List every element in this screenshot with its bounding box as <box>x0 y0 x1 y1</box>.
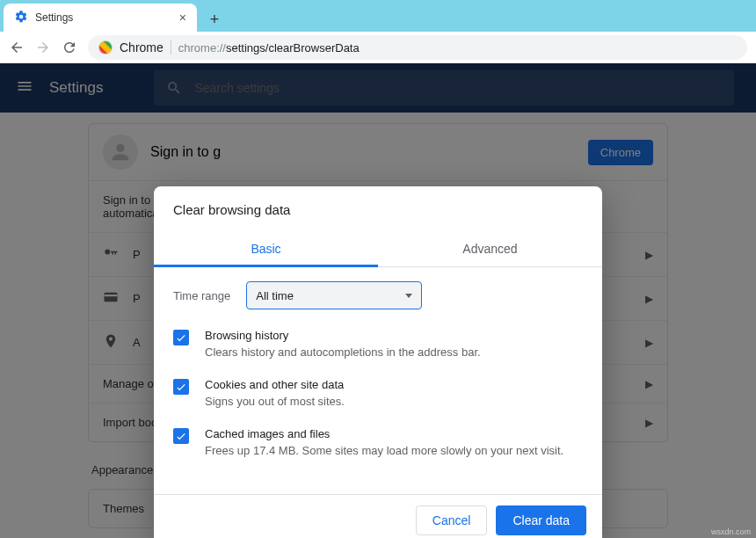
option-desc: Frees up 17.4 MB. Some sites may load mo… <box>205 444 563 457</box>
option-desc: Clears history and autocompletions in th… <box>205 345 481 359</box>
checkbox[interactable] <box>173 330 189 345</box>
browser-toolbar: Chrome chrome://settings/clearBrowserDat… <box>0 32 756 63</box>
option-title: Cached images and files <box>205 427 563 440</box>
browser-tab-strip: Settings × + <box>0 0 756 32</box>
browser-tab[interactable]: Settings × <box>4 4 197 32</box>
address-bar[interactable]: Chrome chrome://settings/clearBrowserDat… <box>88 35 747 60</box>
reload-button[interactable] <box>62 40 77 55</box>
cancel-button[interactable]: Cancel <box>416 505 488 535</box>
clear-browsing-data-dialog: Clear browsing data Basic Advanced Time … <box>154 186 602 538</box>
separator <box>171 40 171 55</box>
tab-advanced[interactable]: Advanced <box>378 231 602 266</box>
watermark: wsxdn.com <box>711 527 751 536</box>
close-tab-icon[interactable]: × <box>179 11 186 25</box>
checkbox[interactable] <box>173 379 189 395</box>
option-title: Browsing history <box>205 329 481 342</box>
clear-data-button[interactable]: Clear data <box>496 505 586 535</box>
omnibox-label: Chrome <box>120 40 164 55</box>
back-button[interactable] <box>9 40 25 55</box>
dropdown-value: All time <box>256 289 294 302</box>
caret-down-icon <box>405 294 412 298</box>
option-cookies[interactable]: Cookies and other site data Signs you ou… <box>173 378 583 408</box>
checkbox[interactable] <box>173 428 189 444</box>
dialog-tabs: Basic Advanced <box>154 231 602 267</box>
option-cache[interactable]: Cached images and files Frees up 17.4 MB… <box>173 427 583 457</box>
option-browsing-history[interactable]: Browsing history Clears history and auto… <box>173 329 583 359</box>
option-title: Cookies and other site data <box>205 378 345 391</box>
option-desc: Signs you out of most sites. <box>205 395 345 408</box>
time-range-label: Time range <box>173 289 230 302</box>
dialog-title: Clear browsing data <box>154 186 602 222</box>
forward-button[interactable] <box>35 40 51 55</box>
settings-gear-icon <box>14 10 28 26</box>
time-range-dropdown[interactable]: All time <box>246 281 422 309</box>
url-text: chrome://settings/clearBrowserData <box>178 41 360 55</box>
new-tab-button[interactable]: + <box>202 7 227 32</box>
tab-title: Settings <box>35 11 73 24</box>
chrome-icon <box>98 40 113 55</box>
tab-basic[interactable]: Basic <box>154 231 378 266</box>
